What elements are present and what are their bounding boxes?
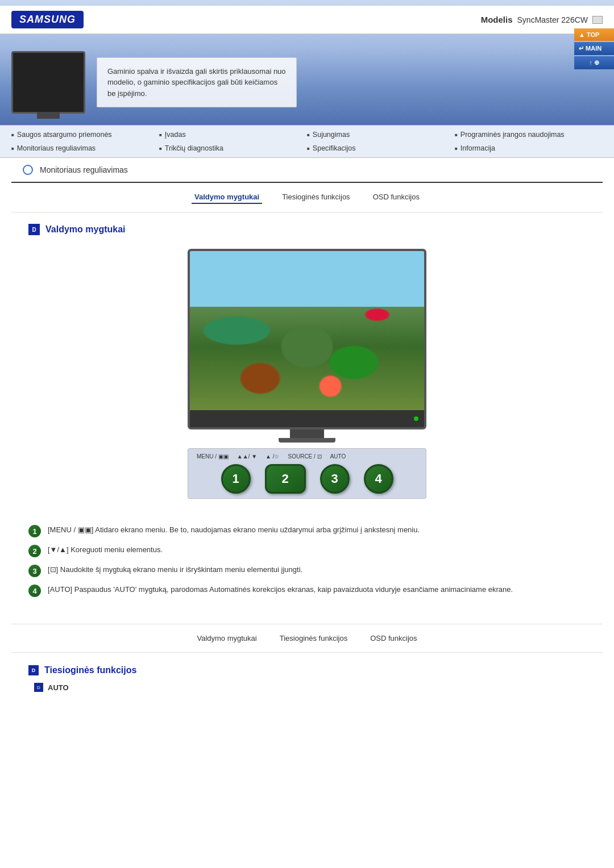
monitor-stand <box>290 429 324 438</box>
tab-osd[interactable]: OSD funkcijos <box>370 191 422 204</box>
power-led <box>414 416 418 421</box>
section2-title-bar: D Tiesioginės funkcijos <box>0 658 614 680</box>
auto-label-row: D AUTO <box>0 680 614 695</box>
section2-title-text: Tiesioginės funkcijos <box>44 665 136 675</box>
control-panel: MENU / ▣▣ ▲▲/ ▼ ▲ /☆ SOURCE / ⊡ AUTO 1 2… <box>188 448 426 499</box>
instr-text-3: [⊡] Naudokite šį mygtuką ekrano meniu ir… <box>48 564 302 575</box>
instr-text-1: [MENU / ▣▣] Atidaro ekrano meniu. Be to,… <box>48 524 420 536</box>
monitor-bezel-bottom <box>190 410 424 427</box>
instr-num-3: 3 <box>28 565 41 577</box>
ctrl-btn-4[interactable]: 4 <box>364 464 393 494</box>
ctrl-label-brightness: ▲ /☆ <box>265 453 279 460</box>
header-top: SAMSUNG Modelis SyncMaster 226CW ▲ TOP ↵… <box>0 6 614 34</box>
instr-num-2: 2 <box>28 545 41 557</box>
ctrl-btn-2[interactable]: 2 <box>265 464 306 494</box>
section1-title-bar: D Valdymo mygtukai <box>0 212 614 243</box>
bottom-tab-tiesiogines[interactable]: Tiesioginės funkcijos <box>277 632 350 644</box>
monitor-thumbnail <box>11 51 85 114</box>
ctrl-btn-group-1: 1 <box>221 464 251 494</box>
tab-valdymo[interactable]: Valdymo mygtukai <box>192 191 262 204</box>
control-labels: MENU / ▣▣ ▲▲/ ▼ ▲ /☆ SOURCE / ⊡ AUTO <box>197 453 417 460</box>
control-buttons-row: 1 2 3 4 <box>197 464 417 494</box>
instructions: 1 [MENU / ▣▣] Atidaro ekrano meniu. Be t… <box>0 516 614 612</box>
main-button[interactable]: ↵ MAIN <box>574 42 614 55</box>
bottom-tab-nav: Valdymo mygtukai Tiesioginės funkcijos O… <box>11 624 603 653</box>
top-button[interactable]: ▲ TOP <box>574 28 614 41</box>
breadcrumb-text: Monitoriaus reguliavimas <box>40 165 128 174</box>
modelis-value: SyncMaster 226CW <box>517 15 588 24</box>
section1-title-text: Valdymo mygtukai <box>45 224 126 235</box>
banner-text-line3: be įspėjimo. <box>107 89 147 98</box>
header: SAMSUNG Modelis SyncMaster 226CW ▲ TOP ↵… <box>0 0 614 125</box>
banner-text-line1: Gaminio spalva ir išvaizda gali skirtis … <box>107 67 286 76</box>
instr-text-4: [AUTO] Paspaudus 'AUTO' mygtuką, parodom… <box>48 584 513 595</box>
nav-item-triktiu[interactable]: Trikčių diagnostika <box>159 143 307 154</box>
link-button[interactable]: ↑ ⊕ <box>574 56 614 69</box>
ctrl-label-source: SOURCE / ⊡ <box>288 453 322 460</box>
banner-text-line2: modelio, o gaminio specifikacijos gali b… <box>107 78 277 86</box>
instr-num-1: 1 <box>28 525 41 537</box>
instr-text-2: [▼/▲] Koreguoti meniu elementus. <box>48 544 163 556</box>
nav-item-saugos[interactable]: Saugos atsargumo priemonės <box>11 129 159 140</box>
modelis-label: Modelis <box>481 15 513 24</box>
ctrl-btn-group-2: 2 <box>265 464 306 494</box>
ctrl-btn-3[interactable]: 3 <box>320 464 350 494</box>
ctrl-label-menu: MENU / ▣▣ <box>197 453 229 460</box>
nav-item-specifikacijos[interactable]: Specifikacijos <box>307 143 455 154</box>
instr-item-3: 3 [⊡] Naudokite šį mygtuką ekrano meniu … <box>28 564 586 577</box>
bottom-tab-valdymo[interactable]: Valdymo mygtukai <box>194 632 259 644</box>
side-buttons: ▲ TOP ↵ MAIN ↑ ⊕ <box>574 28 614 69</box>
tab-nav: Valdymo mygtukai Tiesioginės funkcijos O… <box>11 183 603 212</box>
ctrl-btn-group-3: 3 <box>320 464 350 494</box>
instr-item-2: 2 [▼/▲] Koreguoti meniu elementus. <box>28 544 586 557</box>
monitor-base <box>279 438 335 443</box>
samsung-logo: SAMSUNG <box>11 11 84 28</box>
nav-item-ivadas[interactable]: Įvadas <box>159 129 307 140</box>
nav-menu: Saugos atsargumo priemonės Įvadas Sujung… <box>0 125 614 158</box>
nav-item-informacija[interactable]: Informacija <box>455 143 603 154</box>
nav-item-sujungimas[interactable]: Sujungimas <box>307 129 455 140</box>
instr-item-4: 4 [AUTO] Paspaudus 'AUTO' mygtuką, parod… <box>28 584 586 597</box>
instr-num-4: 4 <box>28 585 41 597</box>
banner-area: Gaminio spalva ir išvaizda gali skirtis … <box>0 34 614 125</box>
ctrl-label-arrows: ▲▲/ ▼ <box>237 453 257 460</box>
monitor-display-wrap: MENU / ▣▣ ▲▲/ ▼ ▲ /☆ SOURCE / ⊡ AUTO 1 2… <box>0 243 614 516</box>
monitor-display-container: MENU / ▣▣ ▲▲/ ▼ ▲ /☆ SOURCE / ⊡ AUTO 1 2… <box>188 249 426 504</box>
ctrl-btn-1[interactable]: 1 <box>221 464 251 494</box>
screen-garden-image <box>190 251 424 410</box>
auto-text: AUTO <box>48 683 69 692</box>
auto-icon: D <box>34 683 43 692</box>
instr-item-1: 1 [MENU / ▣▣] Atidaro ekrano meniu. Be t… <box>28 524 586 537</box>
section2-icon: D <box>28 665 39 675</box>
section1-icon: D <box>28 224 40 235</box>
breadcrumb: Monitoriaus reguliavimas <box>11 158 603 183</box>
nav-item-programines[interactable]: Programinės įrangos naudojimas <box>455 129 603 140</box>
tab-tiesiogines[interactable]: Tiesioginės funkcijos <box>279 191 352 204</box>
nav-item-monitoriaus[interactable]: Monitoriaus reguliavimas <box>11 143 159 154</box>
modelis-box <box>592 16 603 24</box>
monitor-display <box>188 249 426 429</box>
monitor-screen <box>190 251 424 410</box>
ctrl-btn-group-4: 4 <box>364 464 393 494</box>
breadcrumb-icon <box>23 165 33 175</box>
ctrl-label-auto: AUTO <box>330 453 346 460</box>
banner-text-box: Gaminio spalva ir išvaizda gali skirtis … <box>97 57 297 108</box>
bottom-tab-osd[interactable]: OSD funkcijos <box>367 632 420 644</box>
modelis-area: Modelis SyncMaster 226CW <box>481 15 603 24</box>
